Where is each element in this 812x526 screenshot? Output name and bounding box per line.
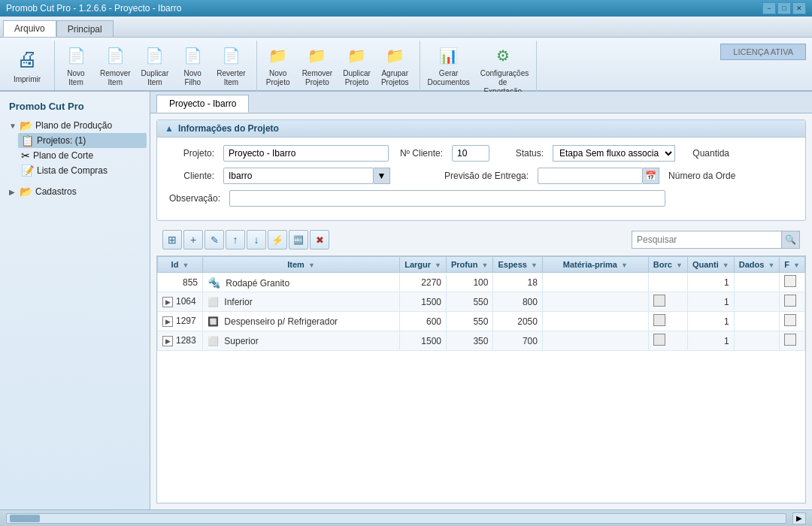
cadastros-label: Cadastros xyxy=(35,186,77,197)
sidebar-item-lista-compras[interactable]: 📝 Lista de Compras xyxy=(18,163,147,178)
content-tab-proyecto[interactable]: Proyecto - Ibarro xyxy=(156,95,249,113)
gerar-documentos-button[interactable]: 📊 GerarDocumentos xyxy=(423,41,474,90)
configuracoes-button[interactable]: ⚙ Configuraçõesde Exportação xyxy=(476,41,530,99)
clear-filter-btn[interactable]: ✖ xyxy=(310,230,329,249)
f-checkbox[interactable] xyxy=(784,334,796,346)
close-button[interactable]: ✕ xyxy=(792,2,806,14)
item-name: Inferior xyxy=(224,297,252,307)
table-row: 855 🔩 Rodapé Granito 2270 100 18 1 xyxy=(158,273,805,292)
item-icon: ⬜ xyxy=(208,297,219,307)
cell-borc xyxy=(648,273,687,292)
novo-filho-label: NovoFilho xyxy=(184,69,201,87)
cell-item: ⬜ Inferior xyxy=(203,292,400,312)
novo-filho-button[interactable]: 📄 NovoFilho xyxy=(174,41,211,90)
cell-profund: 350 xyxy=(447,331,493,351)
remover-projeto-icon: 📁 xyxy=(305,44,329,68)
col-dados[interactable]: Dados ▼ xyxy=(734,257,780,273)
cell-borc xyxy=(648,331,687,351)
reverter-item-button[interactable]: 📄 ReverterItem xyxy=(212,41,250,90)
menu-tab-arquivo[interactable]: Arquivo xyxy=(3,20,56,37)
agrupar-projetos-button[interactable]: 📁 AgruparProjetos xyxy=(377,41,414,90)
novo-projeto-button[interactable]: 📁 NovoProjeto xyxy=(260,41,296,90)
search-button[interactable]: 🔍 xyxy=(782,231,800,249)
expand-icon-cadastros: ▶ xyxy=(9,188,17,196)
observacao-input[interactable] xyxy=(229,190,665,207)
item-icon: ⬜ xyxy=(208,336,219,346)
table-row: ▶1283 ⬜ Superior 1500 350 700 1 xyxy=(158,331,805,351)
move-up-btn[interactable]: ↑ xyxy=(226,230,245,249)
configuracoes-icon: ⚙ xyxy=(491,44,515,68)
novo-item-icon: 📄 xyxy=(64,44,88,68)
f-checkbox[interactable] xyxy=(784,275,796,287)
projeto-input[interactable] xyxy=(223,145,389,162)
novo-projeto-label: NovoProjeto xyxy=(266,69,290,87)
search-input[interactable] xyxy=(632,231,782,249)
maximize-button[interactable]: □ xyxy=(777,2,791,14)
cell-f xyxy=(780,273,805,292)
toggle-all-btn[interactable]: ⊞ xyxy=(162,230,182,249)
cell-borc xyxy=(648,292,687,312)
f-checkbox[interactable] xyxy=(784,295,796,307)
content-area: Proyecto - Ibarro ▲ Informações do Proje… xyxy=(150,92,812,509)
data-grid: Id ▼ Item ▼ Largur ▼ Profun ▼ Espess ▼ M… xyxy=(156,255,806,503)
ribbon-group-print: 🖨 Imprimir xyxy=(3,41,55,90)
novo-projeto-icon: 📁 xyxy=(266,44,290,68)
cell-quant: 1 xyxy=(687,312,734,331)
move-down-btn[interactable]: ↓ xyxy=(247,230,266,249)
grid-header: Id ▼ Item ▼ Largur ▼ Profun ▼ Espess ▼ M… xyxy=(158,257,805,273)
col-f[interactable]: F ▼ xyxy=(780,257,805,273)
sort-btn[interactable]: 🔤 xyxy=(289,230,308,249)
horizontal-scrollbar[interactable] xyxy=(6,513,786,524)
edit-btn[interactable]: ✎ xyxy=(205,230,224,249)
remover-item-button[interactable]: 📄 RemoverItem xyxy=(95,41,135,90)
grid-table: Id ▼ Item ▼ Largur ▼ Profun ▼ Espess ▼ M… xyxy=(157,256,805,351)
f-checkbox[interactable] xyxy=(784,314,796,326)
sidebar-item-plano-corte[interactable]: ✂ Plano de Corte xyxy=(18,148,147,163)
item-name: Despenseiro p/ Refrigerador xyxy=(224,316,338,327)
remover-projeto-button[interactable]: 📁 RemoverProjeto xyxy=(298,41,338,90)
sidebar-item-cadastros[interactable]: ▶ 📂 Cadastros xyxy=(6,184,147,199)
sidebar-item-projetos[interactable]: 📋 Projetos: (1) xyxy=(18,133,147,148)
col-quant[interactable]: Quanti ▼ xyxy=(687,257,734,273)
cell-largura: 1500 xyxy=(400,331,447,351)
sidebar-title: Promob Cut Pro xyxy=(3,98,147,118)
add-btn[interactable]: + xyxy=(183,230,203,249)
cliente-dropdown-btn[interactable]: ▼ xyxy=(374,168,390,184)
col-largura[interactable]: Largur ▼ xyxy=(400,257,447,273)
cell-materia xyxy=(542,292,648,312)
date-input-wrap: 📅 xyxy=(538,168,659,184)
col-profund[interactable]: Profun ▼ xyxy=(447,257,493,273)
previsao-input[interactable] xyxy=(538,168,643,184)
sidebar-item-plano-producao[interactable]: ▼ 📂 Plano de Produção xyxy=(6,118,147,133)
novo-item-button[interactable]: 📄 NovoItem xyxy=(58,41,94,90)
minimize-button[interactable]: − xyxy=(762,2,776,14)
col-id[interactable]: Id ▼ xyxy=(158,257,203,273)
no-cliente-input[interactable] xyxy=(452,145,489,162)
col-espess[interactable]: Espess ▼ xyxy=(493,257,543,273)
section-header[interactable]: ▲ Informações do Projeto xyxy=(157,120,805,138)
filter-btn[interactable]: ⚡ xyxy=(268,230,287,249)
menu-tab-principal-label: Principal xyxy=(68,24,102,35)
menu-tab-principal[interactable]: Principal xyxy=(56,20,114,37)
col-materia[interactable]: Matéria-prima ▼ xyxy=(542,257,648,273)
scroll-right-btn[interactable]: ▶ xyxy=(792,512,806,524)
col-item[interactable]: Item ▼ xyxy=(203,257,400,273)
imprimir-button[interactable]: 🖨 Imprimir xyxy=(6,41,48,87)
status-select[interactable]: Etapa Sem fluxo associa xyxy=(553,145,675,162)
expand-button[interactable]: ▶ xyxy=(162,297,173,307)
menu-tab-arquivo-label: Arquivo xyxy=(14,23,45,34)
expand-button[interactable]: ▶ xyxy=(162,316,173,327)
duplicar-item-button[interactable]: 📄 DuplicarItem xyxy=(137,41,174,90)
scrollbar-thumb xyxy=(10,515,40,522)
borc-cell xyxy=(653,314,665,326)
calendar-btn[interactable]: 📅 xyxy=(643,168,659,184)
imprimir-label: Imprimir xyxy=(14,75,41,84)
agrupar-projetos-label: AgruparProjetos xyxy=(381,69,409,87)
cell-dados xyxy=(734,273,780,292)
cell-id: ▶1297 xyxy=(158,312,203,331)
duplicar-projeto-button[interactable]: 📁 DuplicarProjeto xyxy=(338,41,375,90)
expand-button[interactable]: ▶ xyxy=(162,336,173,346)
cliente-input[interactable] xyxy=(223,168,374,184)
col-borc[interactable]: Borc ▼ xyxy=(648,257,687,273)
sidebar: Promob Cut Pro ▼ 📂 Plano de Produção 📋 P… xyxy=(0,92,150,509)
